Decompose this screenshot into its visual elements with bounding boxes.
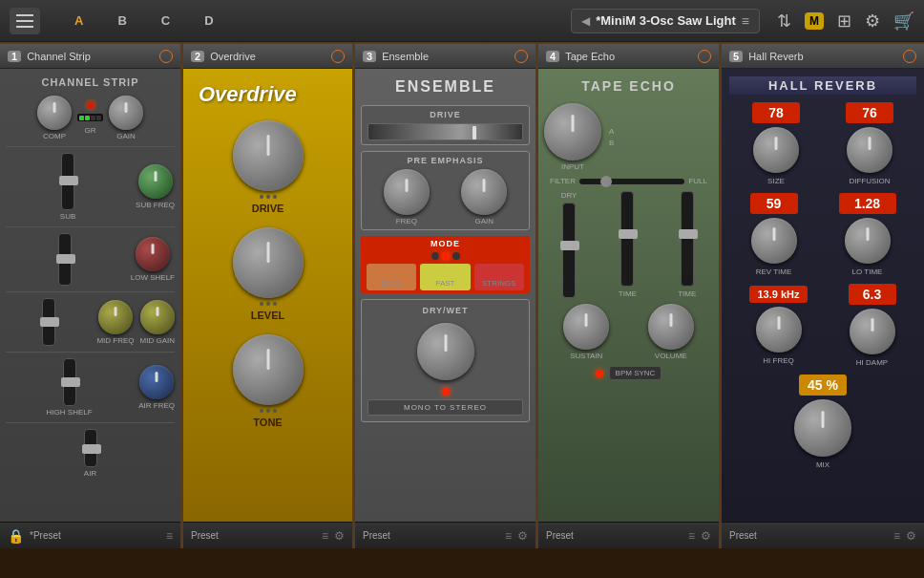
strip2-footer-preset[interactable]: Preset [191,530,316,541]
tab-b[interactable]: B [100,10,143,32]
mix-label: MIX [816,460,830,469]
diffusion-knob[interactable] [847,127,892,173]
tab-a[interactable]: A [57,10,100,32]
strip4-footer-preset[interactable]: Preset [546,530,682,541]
strip1-power[interactable] [159,50,173,63]
air-fader[interactable] [84,429,97,467]
dry-fader[interactable] [562,203,576,298]
tab-d[interactable]: D [187,10,230,32]
highshelf-fader[interactable] [63,358,76,406]
ens-freq-knob[interactable] [384,169,430,215]
strip5-gear-icon[interactable]: ⚙ [906,529,916,543]
ab-labels: A B [609,127,614,147]
strip4-footer-icon[interactable]: ≡ [688,529,695,543]
strip1-footer-icon[interactable]: ≡ [166,529,173,543]
air-freq-knob[interactable] [139,365,174,399]
strip3-footer-preset[interactable]: Preset [363,530,499,541]
lock-icon[interactable]: 🔒 [8,528,24,544]
settings-icon[interactable]: ⚙ [865,11,880,32]
hi-freq-knob[interactable] [756,307,802,353]
tone-knob[interactable] [233,334,304,405]
strip2-footer-icon[interactable]: ≡ [322,529,328,543]
ens-gain-knob-wrap: GAIN [461,169,507,225]
strip4-gear-icon[interactable]: ⚙ [701,529,711,543]
gain-knob[interactable] [109,96,143,130]
b-label: B [609,139,614,147]
preset-menu-icon[interactable]: ≡ [742,13,749,29]
size-knob[interactable] [753,127,799,173]
hi-damp-value: 6.3 [849,284,896,305]
grid-icon[interactable]: ⊞ [837,11,851,32]
mid-gain-label: MID GAIN [140,336,175,345]
lowshelf-fader[interactable] [58,233,72,286]
tape-filter-bar: FILTER FULL [544,177,713,185]
sub-fader[interactable] [61,153,74,210]
midi-icon[interactable]: M [805,12,824,30]
tape-faders-area: DRY TIME TIME [544,191,713,298]
ensemble-drive-slider[interactable] [368,123,523,140]
filter-track[interactable] [579,179,684,184]
strip5-header: 5 Hall Reverb [722,44,924,69]
low-shelf-knob[interactable] [136,237,170,271]
menu-button[interactable] [10,8,40,34]
store-icon[interactable]: 🛒 [893,11,914,32]
rev-time-knob[interactable] [751,218,797,264]
tape-input-area: INPUT A B [544,103,713,171]
top-tabs: A B C D [48,0,563,41]
time-fader-b[interactable] [681,191,694,287]
ens-gain-knob[interactable] [461,169,507,215]
preset-name: *MiniM 3-Osc Saw Light [596,13,736,28]
mode-label: MODE [367,239,524,248]
strip3-power[interactable] [514,50,528,63]
mono-stereo-bar: MONO TO STEREO [368,399,523,416]
full-label: FULL [688,177,707,185]
eq-icon[interactable]: ⇅ [777,11,791,32]
mid-freq-knob[interactable] [98,300,133,334]
strip5-footer-preset[interactable]: Preset [729,530,888,541]
strip-overdrive: 2 Overdrive Overdrive DRIVE LEVEL TONE [183,44,355,548]
sustain-label: SUSTAIN [570,352,602,360]
mode-strings-btn[interactable]: STRINGS [474,264,524,290]
strip5-footer-icon1[interactable]: ≡ [893,529,900,543]
mid-fader[interactable] [42,298,55,346]
strip5-power[interactable] [903,50,916,63]
strip1-footer-preset[interactable]: *Preset [30,530,160,541]
rev-time-label: REV TIME [756,268,792,276]
strip5-footer: Preset ≡ ⚙ [722,522,924,548]
dry-wet-led [442,388,450,396]
mid-gain-knob[interactable] [140,300,175,334]
top-bar: A B C D ◀ *MiniM 3-Osc Saw Light ≡ ⇅ M ⊞… [0,0,924,42]
top-icons: ⇅ M ⊞ ⚙ 🛒 [777,11,914,32]
strip3-gear-icon[interactable]: ⚙ [517,529,528,543]
volume-knob[interactable] [648,304,694,350]
dry-fader-col: DRY [561,191,578,298]
strip2-label: Overdrive [210,51,326,62]
comp-knob-wrap: COMP [37,96,72,140]
preset-selector[interactable]: ◀ *MiniM 3-Osc Saw Light ≡ [571,9,760,33]
level-knob[interactable] [233,227,304,298]
lo-time-knob[interactable] [845,218,891,264]
sub-freq-knob[interactable] [138,164,173,199]
strip3-footer-icon[interactable]: ≡ [505,529,512,543]
mid-gain-knob-wrap: MID GAIN [140,300,175,345]
dry-wet-knob[interactable] [417,323,474,380]
bpm-sync-button[interactable]: BPM SYNC [609,366,662,380]
strip4-label: Tape Echo [565,51,692,62]
mode-led-1 [431,252,439,260]
mix-knob[interactable] [794,399,851,457]
mode-slow-btn[interactable]: SLOW [367,264,416,290]
strip3-header: 3 Ensemble [355,44,536,69]
ens-gain-label: GAIN [474,217,494,225]
time-fader-a[interactable] [620,191,634,287]
strip2-gear-icon[interactable]: ⚙ [334,529,345,543]
hi-damp-knob[interactable] [850,309,895,354]
mode-fast-btn[interactable]: FAST [420,264,470,290]
drive-knob[interactable] [233,120,304,191]
tape-input-knob[interactable] [544,103,601,161]
sustain-knob[interactable] [563,304,609,350]
preset-arrow-left[interactable]: ◀ [581,14,590,28]
comp-knob[interactable] [37,96,72,130]
strip2-power[interactable] [331,50,345,63]
tab-c[interactable]: C [144,10,187,32]
strip4-power[interactable] [698,50,711,63]
